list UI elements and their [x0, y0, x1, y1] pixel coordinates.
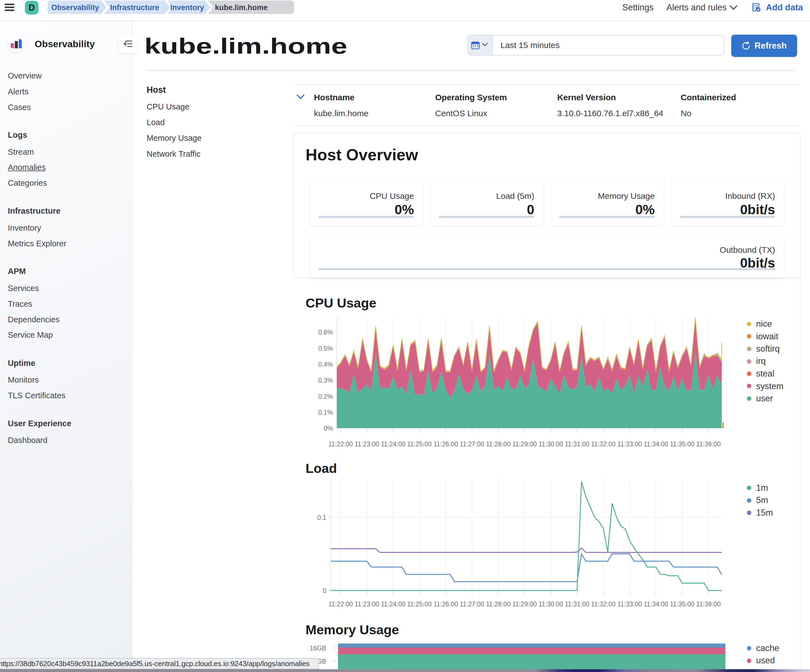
svg-text:Observability: Observability — [51, 3, 99, 12]
svg-text:16GB: 16GB — [310, 645, 326, 652]
svg-text:kube.lim.home: kube.lim.home — [215, 3, 268, 12]
svg-text:Inventory: Inventory — [170, 3, 204, 12]
svg-text:Infrastructure: Infrastructure — [110, 3, 159, 12]
